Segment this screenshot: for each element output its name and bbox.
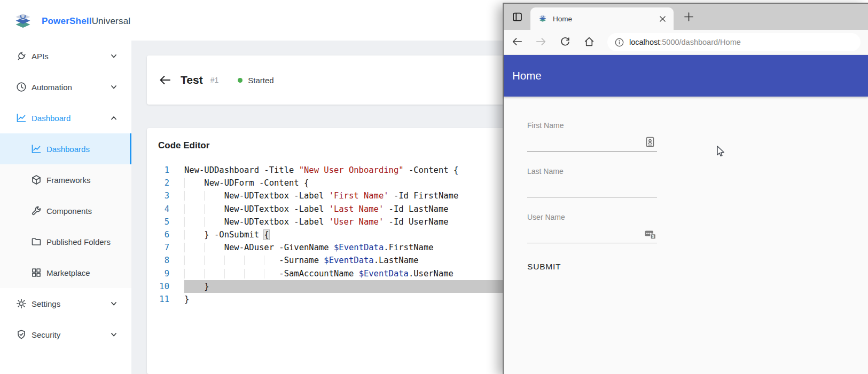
mouse-cursor-icon	[715, 145, 726, 158]
code-string: "New User Onboarding"	[299, 165, 404, 175]
admin-sidebar: PowerShellUniversal APIs Automation Dash…	[0, 0, 131, 374]
sidebar-item-label: Dashboard	[32, 114, 71, 123]
line-number: 11	[147, 293, 184, 306]
address-bar[interactable]: localhost:5000/dashboard/Home	[607, 33, 861, 51]
code-text: .UserName	[409, 269, 453, 278]
sidebar-item-label: Security	[32, 330, 60, 339]
field-label: First Name	[527, 121, 657, 130]
sidebar-item-automation[interactable]: Automation	[0, 71, 131, 102]
code-text: } -OnSubmit	[204, 230, 264, 240]
line-number: 1	[147, 164, 184, 177]
dashboard-page: Home First Name Last Name User Name 5 SU…	[504, 55, 868, 374]
cube-icon	[31, 174, 42, 185]
code-text: -Id FirstName	[389, 191, 459, 201]
code-text: -Id LastName	[384, 204, 448, 214]
browser-home-icon[interactable]	[583, 36, 596, 49]
tab-actions-menu-button[interactable]	[509, 9, 526, 26]
sidebar-item-dashboards[interactable]: Dashboards	[0, 133, 131, 164]
sidebar-item-label: APIs	[32, 52, 49, 61]
onboarding-form: First Name Last Name User Name 5	[504, 97, 657, 243]
indent-guides	[184, 204, 224, 214]
brand: PowerShellUniversal	[0, 0, 131, 34]
form-field-user-name: User Name 5	[527, 213, 657, 243]
code-text: -Id UserName	[384, 217, 448, 227]
brand-text: PowerShellUniversal	[42, 16, 130, 27]
sidebar-item-label: Dashboards	[46, 145, 90, 154]
field-label: Last Name	[527, 167, 657, 176]
gear-icon	[16, 298, 27, 309]
code-text: New-UDTextbox -Label	[224, 191, 329, 201]
status-badge: Started	[248, 76, 273, 85]
sidebar-item-label: Components	[46, 206, 92, 216]
code-text: -SamAccountName	[279, 269, 358, 278]
grid-icon	[31, 267, 42, 278]
field-label: User Name	[527, 213, 657, 221]
new-tab-button[interactable]	[681, 10, 696, 25]
page-number: #1	[210, 76, 219, 84]
sidebar-item-apis[interactable]: APIs	[0, 41, 131, 71]
text-input-user-name[interactable]: 5	[527, 221, 657, 243]
sidebar-item-marketplace[interactable]: Marketplace	[0, 257, 131, 288]
chevron-down-icon	[110, 52, 118, 60]
code-text: -Surname	[279, 256, 324, 265]
sidebar-item-published-folders[interactable]: Published Folders	[0, 226, 131, 257]
plug-icon	[16, 51, 27, 61]
indent-guides	[184, 230, 204, 240]
sidebar-item-frameworks[interactable]: Frameworks	[0, 164, 131, 195]
browser-back-icon[interactable]	[511, 36, 524, 49]
url-text: localhost:5000/dashboard/Home	[629, 38, 741, 46]
sidebar-item-label: Published Folders	[46, 237, 111, 246]
code-text: New-ADuser -GivenName	[224, 243, 334, 252]
line-number: 5	[147, 216, 184, 228]
indent-guides	[184, 191, 224, 201]
form-field-last-name: Last Name	[527, 167, 657, 197]
indent-guides	[184, 269, 279, 278]
code-variable: $EventData	[324, 256, 373, 265]
tab-title: Home	[553, 15, 572, 23]
line-number: 7	[147, 241, 184, 254]
browser-tab-home[interactable]: Home	[530, 7, 674, 30]
line-number: 2	[147, 177, 184, 189]
site-info-icon[interactable]	[615, 38, 624, 47]
sidebar-item-label: Frameworks	[46, 176, 91, 185]
indent-guides	[184, 178, 204, 188]
sidebar-item-label: Marketplace	[46, 268, 90, 277]
code-string: 'First Name'	[329, 191, 389, 201]
sidebar-item-security[interactable]: Security	[0, 319, 131, 350]
line-number: 3	[147, 189, 184, 202]
browser-window: Home localhost:5000/dashboard/Home Home	[503, 3, 868, 374]
chart-icon	[31, 144, 42, 154]
sidebar-nav: APIs Automation Dashboard Dashboards Fra…	[0, 41, 131, 350]
browser-refresh-icon[interactable]	[559, 36, 572, 49]
code-text: New-UDTextbox -Label	[224, 217, 329, 227]
sidebar-item-settings[interactable]: Settings	[0, 288, 131, 319]
line-number: 10	[147, 280, 184, 293]
folder-icon	[31, 236, 42, 247]
code-text: }	[184, 295, 189, 304]
clock-icon	[16, 82, 27, 92]
indent-guides	[184, 256, 279, 265]
text-input-last-name[interactable]	[527, 176, 657, 197]
code-text: }	[204, 282, 209, 291]
browser-toolbar: localhost:5000/dashboard/Home	[504, 30, 868, 55]
wrench-icon	[31, 205, 42, 216]
line-number: 9	[147, 267, 184, 280]
browser-tab-strip: Home	[504, 4, 868, 30]
browser-forward-icon[interactable]	[535, 36, 548, 49]
line-number: 6	[147, 228, 184, 241]
chevron-up-icon	[110, 114, 118, 122]
code-variable: $EventData	[359, 269, 409, 278]
code-text: New-UDDashboard -Title	[184, 165, 299, 175]
submit-button[interactable]: SUBMIT	[527, 259, 561, 275]
indent-guides	[184, 217, 224, 227]
chevron-down-icon	[110, 300, 118, 307]
line-number: 4	[147, 203, 184, 216]
text-input-first-name[interactable]	[527, 130, 657, 152]
sidebar-item-dashboard[interactable]: Dashboard	[0, 102, 131, 133]
back-arrow-button[interactable]	[158, 73, 172, 87]
url-host: localhost	[629, 38, 660, 46]
contact-autofill-icon	[644, 136, 656, 148]
sidebar-item-components[interactable]: Components	[0, 195, 131, 226]
dashboard-appbar: Home	[504, 55, 868, 97]
tab-close-icon[interactable]	[656, 13, 668, 25]
